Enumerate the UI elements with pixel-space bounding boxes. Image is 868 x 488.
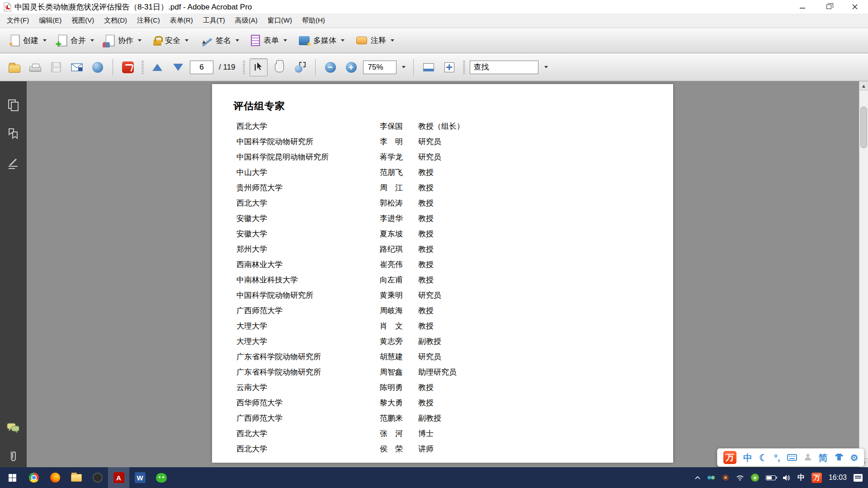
expert-title: 教授 <box>418 229 660 239</box>
tray-app-icon[interactable] <box>722 474 729 481</box>
expert-org: 中国科学院动物研究所 <box>236 290 380 300</box>
comments-panel-button[interactable] <box>6 421 20 436</box>
expert-row: 西北大学 郭松涛 教授 <box>236 195 660 211</box>
menu-item[interactable]: 高级(A) <box>230 14 263 28</box>
soft-keyboard-icon[interactable] <box>787 453 797 462</box>
minimize-button[interactable] <box>789 0 816 14</box>
tray-expand-chevron-icon[interactable] <box>695 476 700 479</box>
tray-network-icon[interactable] <box>736 474 744 481</box>
menu-item[interactable]: 帮助(H) <box>297 14 330 28</box>
collaborate-button[interactable]: 协作 <box>102 33 147 48</box>
expert-org: 西北大学 <box>236 121 380 131</box>
forms-button[interactable]: 表单 <box>247 33 292 48</box>
zoom-out-button[interactable]: − <box>321 58 340 76</box>
volume-icon[interactable] <box>783 474 791 481</box>
fit-page-button[interactable] <box>440 58 458 76</box>
vertical-scrollbar[interactable]: ▲ ▼ <box>859 81 868 467</box>
zoom-in-button[interactable]: + <box>342 58 360 76</box>
attachments-panel-button[interactable] <box>6 449 20 464</box>
dropdown-caret-icon <box>402 66 406 68</box>
fit-width-button[interactable] <box>420 58 438 76</box>
menu-bar: 文件(F)编辑(E)视图(V)文档(D)注释(C)表单(R)工具(T)高级(A)… <box>0 14 868 28</box>
expert-name: 侯 荣 <box>380 444 418 454</box>
skin-shirt-icon[interactable] <box>835 453 844 462</box>
menu-item[interactable]: 文件(F) <box>2 14 34 28</box>
menu-item[interactable]: 工具(T) <box>198 14 230 28</box>
taskbar-acrobat-button[interactable]: A <box>108 467 129 488</box>
menu-item[interactable]: 窗口(W) <box>263 14 297 28</box>
print-button[interactable] <box>26 58 44 76</box>
zoom-dropdown-button[interactable] <box>399 61 407 74</box>
find-dropdown-button[interactable] <box>541 61 550 74</box>
ime-settings-gear-icon[interactable]: ⚙ <box>850 453 859 462</box>
page-number-input[interactable]: 6 <box>190 61 213 74</box>
expert-org: 广东省科学院动物研究所 <box>236 352 380 362</box>
find-input[interactable]: 查找 <box>470 61 538 74</box>
ime-logo-icon[interactable]: 万 <box>723 451 736 464</box>
taskbar-explorer-button[interactable] <box>66 467 87 488</box>
expert-title: 教授 <box>418 382 660 393</box>
collaborate-people-icon <box>106 35 114 46</box>
page-thumbnails-panel-button[interactable] <box>6 98 20 112</box>
comment-button[interactable]: 注释 <box>353 33 400 48</box>
pdf-file-icon <box>4 2 11 12</box>
sogou-plugin-button[interactable] <box>119 58 137 76</box>
taskbar-chrome-button[interactable] <box>23 467 44 488</box>
taskbar-word-button[interactable]: W <box>129 467 151 488</box>
close-button[interactable] <box>842 0 868 14</box>
toolbar-separator <box>413 59 414 75</box>
taskbar-camera-app-button[interactable] <box>87 467 108 488</box>
simplified-chinese-toggle[interactable]: 简 <box>819 453 828 462</box>
navigation-pane <box>0 81 27 467</box>
menu-item[interactable]: 编辑(E) <box>34 14 66 28</box>
expert-title: 教授 <box>418 213 660 224</box>
email-button[interactable] <box>68 58 86 76</box>
taskbar-wechat-button[interactable] <box>151 467 172 488</box>
previous-page-button[interactable] <box>148 58 166 76</box>
menu-item[interactable]: 注释(C) <box>132 14 165 28</box>
create-button[interactable]: ✶ 创建 <box>7 33 52 48</box>
expert-row: 西北大学 张 河 博士 <box>236 426 660 441</box>
secure-button[interactable]: 安全 <box>150 33 194 48</box>
expert-row: 西南林业大学 崔亮伟 教授 <box>236 257 660 272</box>
tray-teamviewer-icon[interactable] <box>707 474 715 481</box>
tray-ime-logo-icon[interactable]: 万 <box>811 473 822 483</box>
hand-tool-button[interactable] <box>270 58 288 76</box>
taskbar-firefox-button[interactable] <box>44 467 66 488</box>
scroll-up-button[interactable]: ▲ <box>859 81 868 90</box>
start-button[interactable] <box>2 467 23 488</box>
expert-row: 西北大学 李保国 教授（组长） <box>236 118 660 134</box>
multimedia-button[interactable]: 多媒体 <box>295 33 350 48</box>
user-account-icon[interactable] <box>804 453 812 462</box>
document-area[interactable]: 评估组专家 西北大学 李保国 教授（组长） 中国科学院动物研究所 李 明 研究员 <box>27 81 859 467</box>
marquee-zoom-button[interactable] <box>291 58 309 76</box>
moon-fullhalf-icon[interactable]: ☾ <box>759 453 767 462</box>
tray-language-indicator[interactable]: 中 <box>797 473 805 483</box>
zoom-level-input[interactable]: 75% <box>363 61 396 74</box>
scrollbar-thumb[interactable] <box>860 107 867 148</box>
sign-button[interactable]: 签名 <box>197 33 245 49</box>
restore-button[interactable] <box>816 0 842 14</box>
punctuation-toggle-icon[interactable]: °, <box>774 453 780 462</box>
menu-item[interactable]: 文档(D) <box>99 14 132 28</box>
upload-button[interactable] <box>89 58 107 76</box>
menu-item[interactable]: 视图(V) <box>66 14 99 28</box>
tray-security-shield-icon[interactable]: + <box>751 474 759 482</box>
page-heading: 评估组专家 <box>233 99 285 113</box>
bookmarks-panel-button[interactable] <box>6 127 20 141</box>
open-button[interactable] <box>5 58 24 76</box>
dropdown-caret-icon <box>544 66 548 68</box>
ime-language-toggle[interactable]: 中 <box>743 453 752 462</box>
expert-org: 大理大学 <box>236 321 380 331</box>
combine-button[interactable]: ✚ 合并 <box>55 33 99 48</box>
action-center-icon[interactable] <box>854 474 863 482</box>
expert-org: 西北大学 <box>236 198 380 208</box>
menu-item[interactable]: 表单(R) <box>165 14 198 28</box>
signatures-panel-button[interactable] <box>6 156 20 171</box>
battery-icon[interactable] <box>766 475 776 480</box>
fit-page-icon <box>444 62 454 72</box>
taskbar-clock[interactable]: 16:03 <box>829 474 847 482</box>
next-page-button[interactable] <box>169 58 187 76</box>
save-button[interactable] <box>47 58 65 76</box>
select-tool-button[interactable]: Ⅰ <box>250 58 268 76</box>
